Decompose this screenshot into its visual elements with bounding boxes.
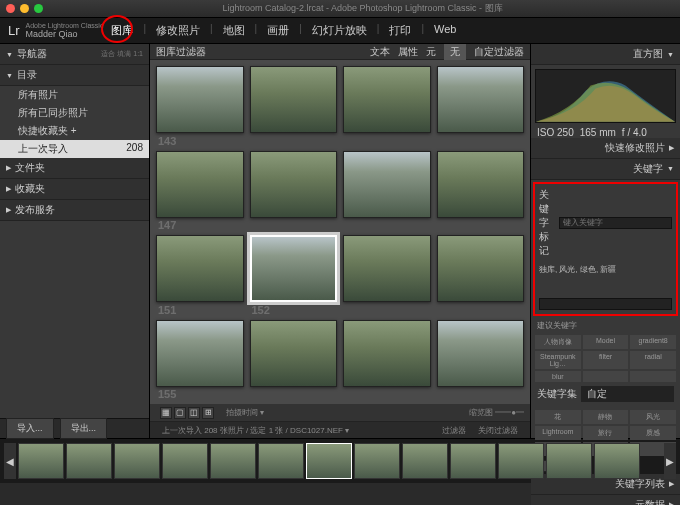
window-title: Lightroom Catalog-2.lrcat - Adobe Photos… [51,2,674,15]
thumbnail[interactable] [343,66,431,133]
filmstrip[interactable]: ◀ ▶ [0,438,680,483]
keyword-tags[interactable]: 独库, 风光, 绿色, 新疆 [539,262,672,292]
metadata-panel-header[interactable]: 元数据▶ [531,495,680,505]
filter-off[interactable]: 关闭过滤器 [472,425,524,436]
keyword-chip[interactable]: 旅行 [583,426,629,440]
module-1[interactable]: 修改照片 [148,19,208,42]
keyword-chip[interactable]: Model [583,335,629,349]
module-4[interactable]: 幻灯片放映 [304,19,375,42]
keyword-chip[interactable] [583,371,629,382]
minimize-icon[interactable] [20,4,29,13]
thumbnail[interactable] [343,235,431,302]
module-5[interactable]: 打印 [381,19,419,42]
thumbnail-grid[interactable]: 143147151152155 [150,60,530,404]
grid-view-icon[interactable]: ▦ [160,407,172,419]
catalog-item[interactable]: 快捷收藏夹 + [0,122,149,140]
keyword-chip[interactable]: 静物 [583,410,629,424]
export-button[interactable]: 导出... [60,418,108,439]
thumbnail[interactable] [437,66,525,133]
keyword-chip[interactable]: filter [583,351,629,369]
catalog-item[interactable]: 上一次导入208 [0,140,149,158]
thumbnail[interactable] [437,151,525,218]
navigator-panel-header[interactable]: ▼导航器适合 填满 1:1 [0,44,149,65]
keyword-chip[interactable]: 人物肖像 [535,335,581,349]
thumbnail[interactable] [343,320,431,387]
filter-bar[interactable]: 图库过滤器 文本 属性 元 无 自定过滤器 [150,44,530,60]
keyword-chip[interactable]: radial [630,351,676,369]
thumbnail[interactable] [156,235,244,302]
keyword-chip[interactable]: 质感 [630,426,676,440]
keyword-chip[interactable]: Steampunk Lig… [535,351,581,369]
filter-none[interactable]: 无 [444,44,466,60]
keyword-chip[interactable]: 花 [535,410,581,424]
filmstrip-thumb[interactable] [450,443,496,479]
keyword-highlight-box: 关键字标记 独库, 风光, 绿色, 新疆 [533,182,678,316]
module-0[interactable]: 图库 [103,19,141,42]
keyword-add-input[interactable] [539,298,672,310]
filmstrip-right-arrow[interactable]: ▶ [664,443,676,479]
close-icon[interactable] [6,4,15,13]
thumbnail[interactable] [437,320,525,387]
traffic-lights [6,4,43,13]
identity-module-bar: Lr Adobe Lightroom Classic Madder Qiao 图… [0,18,680,44]
filter-attr[interactable]: 属性 [398,45,418,59]
filter-text[interactable]: 文本 [370,45,390,59]
filmstrip-thumb[interactable] [354,443,400,479]
window-titlebar: Lightroom Catalog-2.lrcat - Adobe Photos… [0,0,680,18]
thumbnail[interactable] [156,66,244,133]
thumbnail[interactable] [250,320,338,387]
thumbnail[interactable] [343,151,431,218]
filter-info[interactable]: 过滤器 [436,425,472,436]
filter-meta[interactable]: 元 [426,45,436,59]
histogram-panel-header[interactable]: 直方图▼ [531,44,680,65]
survey-view-icon[interactable]: ⊞ [202,407,214,419]
keyword-input[interactable] [559,217,672,229]
loupe-view-icon[interactable]: ▢ [174,407,186,419]
filmstrip-thumb[interactable] [210,443,256,479]
catalog-item[interactable]: 所有照片 [0,86,149,104]
thumbnail[interactable] [437,235,525,302]
module-6[interactable]: Web [426,19,464,42]
filmstrip-thumb[interactable] [546,443,592,479]
thumbnail[interactable] [250,66,338,133]
suggest-label: 建议关键字 [531,318,680,333]
keyword-chip[interactable]: gradient8 [630,335,676,349]
filmstrip-thumb[interactable] [306,443,352,479]
module-2[interactable]: 地图 [215,19,253,42]
collections-panel-header[interactable]: ▶收藏夹 [0,179,149,200]
right-panel: 直方图▼ ISO 250 165 mm f / 4.0 快速修改照片▶ 关键字▼… [530,44,680,438]
filmstrip-thumb[interactable] [66,443,112,479]
filmstrip-thumb[interactable] [594,443,640,479]
catalog-item[interactable]: 所有已同步照片 [0,104,149,122]
keyword-chip[interactable]: 风光 [630,410,676,424]
module-picker: 图库|修改照片|地图|画册|幻灯片放映|打印|Web [103,19,464,42]
kwset-select[interactable]: 自定 [581,386,674,402]
module-3[interactable]: 画册 [259,19,297,42]
keyword-chip[interactable] [630,371,676,382]
filmstrip-left-arrow[interactable]: ◀ [4,443,16,479]
keyword-suggestions: 人物肖像Modelgradient8Steampunk Lig…filterra… [531,333,680,384]
filmstrip-thumb[interactable] [114,443,160,479]
filmstrip-thumb[interactable] [18,443,64,479]
thumbnail[interactable] [156,320,244,387]
publish-panel-header[interactable]: ▶发布服务 [0,200,149,221]
filmstrip-thumb[interactable] [258,443,304,479]
thumbnail[interactable] [250,235,338,302]
folders-panel-header[interactable]: ▶文件夹 [0,158,149,179]
app-logo: Lr [8,23,20,38]
filmstrip-thumb[interactable] [402,443,448,479]
filmstrip-thumb[interactable] [498,443,544,479]
thumbnail[interactable] [156,151,244,218]
filter-custom[interactable]: 自定过滤器 [474,45,524,59]
quickdev-panel-header[interactable]: 快速修改照片▶ [531,138,680,159]
thumbnail[interactable] [250,151,338,218]
import-button[interactable]: 导入... [6,418,54,439]
keyword-chip[interactable]: blur [535,371,581,382]
compare-view-icon[interactable]: ◫ [188,407,200,419]
keyword-tag-label: 关键字标记 [539,188,555,258]
keywords-panel-header[interactable]: 关键字▼ [531,159,680,180]
filmstrip-thumb[interactable] [162,443,208,479]
keyword-chip[interactable]: Lightroom [535,426,581,440]
zoom-icon[interactable] [34,4,43,13]
catalog-panel-header[interactable]: ▼目录 [0,65,149,86]
